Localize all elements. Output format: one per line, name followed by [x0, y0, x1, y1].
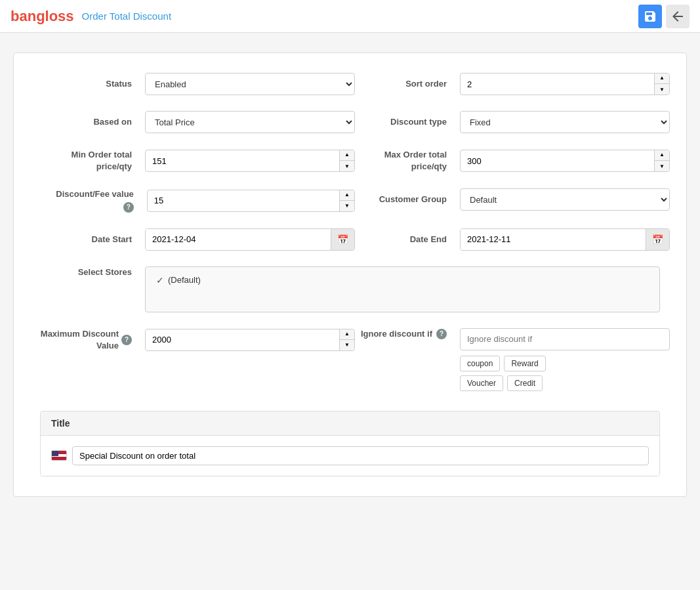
discount-fee-spinner-btns: ▲ ▼ [339, 190, 354, 212]
tags-row-2: Voucher Credit [460, 375, 670, 391]
discount-fee-row: Discount/Fee value ? ▲ ▼ Customer Group … [40, 188, 660, 212]
date-start-group: Date Start 📅 [40, 228, 355, 251]
stores-box: ✓ (Default) [145, 266, 660, 312]
select-stores-label: Select Stores [40, 266, 145, 278]
select-stores-row: Select Stores ✓ (Default) [40, 266, 660, 312]
title-input[interactable] [72, 446, 649, 465]
min-order-spinner: ▲ ▼ [145, 150, 355, 172]
date-end-calendar-button[interactable]: 📅 [646, 229, 669, 250]
save-button[interactable] [638, 5, 662, 28]
based-on-select[interactable]: Total Price Subtotal Quantity [145, 111, 355, 133]
max-order-label: Max Order total price/qty [355, 149, 460, 173]
status-label: Status [40, 78, 145, 90]
min-order-group: Min Order total price/qty ▲ ▼ [40, 149, 355, 173]
max-discount-down[interactable]: ▼ [340, 340, 354, 351]
date-row: Date Start 📅 Date End 📅 [40, 228, 660, 251]
ignore-tags-wrapper: coupon Reward Voucher Credit [460, 328, 670, 391]
date-end-wrapper: 📅 [460, 228, 670, 251]
date-end-label: Date End [355, 234, 460, 245]
header: bangloss Order Total Discount [0, 0, 700, 33]
logo-text: angloss [19, 8, 73, 24]
title-section-body [41, 436, 659, 476]
max-discount-row: Maximum Discount Value ? ▲ ▼ Ignore disc… [40, 328, 660, 391]
store-default-item[interactable]: ✓ (Default) [156, 275, 649, 285]
max-discount-spinner: ▲ ▼ [145, 329, 355, 351]
order-range-row: Min Order total price/qty ▲ ▼ Max Order … [40, 149, 660, 173]
discount-fee-input[interactable] [148, 192, 339, 209]
title-row [51, 446, 649, 465]
header-left: bangloss Order Total Discount [10, 8, 171, 25]
ignore-discount-label: Ignore discount if ? [355, 328, 460, 340]
status-row: Status Enabled Disabled Sort order 2 ▲ ▼ [40, 73, 660, 95]
title-section: Title [40, 411, 660, 476]
min-order-up[interactable]: ▲ [340, 150, 354, 161]
date-start-label: Date Start [40, 234, 145, 245]
title-section-header: Title [41, 411, 659, 436]
status-select[interactable]: Enabled Disabled [145, 73, 355, 95]
max-discount-input[interactable] [146, 331, 339, 348]
min-order-spinner-btns: ▲ ▼ [339, 150, 354, 172]
sort-order-spinner: 2 ▲ ▼ [460, 73, 670, 95]
form-panel: Status Enabled Disabled Sort order 2 ▲ ▼ [13, 53, 687, 497]
max-discount-up[interactable]: ▲ [340, 329, 354, 340]
based-on-label: Based on [40, 116, 145, 128]
date-end-input[interactable] [461, 229, 646, 250]
tag-coupon[interactable]: coupon [460, 356, 500, 371]
back-button[interactable] [666, 5, 690, 28]
tags-row: coupon Reward [460, 356, 670, 371]
min-order-label: Min Order total price/qty [40, 149, 145, 173]
discount-type-label: Discount type [355, 116, 460, 128]
max-discount-group: Maximum Discount Value ? ▲ ▼ [40, 328, 355, 352]
main-content: Status Enabled Disabled Sort order 2 ▲ ▼ [0, 33, 700, 516]
discount-fee-label: Discount/Fee value ? [40, 188, 147, 212]
sort-order-group: Sort order 2 ▲ ▼ [355, 73, 670, 95]
based-on-row: Based on Total Price Subtotal Quantity D… [40, 111, 660, 133]
ignore-discount-input[interactable] [460, 328, 670, 350]
store-checkmark: ✓ [156, 275, 164, 285]
ignore-discount-help-icon[interactable]: ? [436, 329, 447, 339]
based-on-group: Based on Total Price Subtotal Quantity [40, 111, 355, 133]
discount-fee-up[interactable]: ▲ [340, 190, 354, 201]
page-title: Order Total Discount [82, 11, 171, 22]
discount-fee-help-icon[interactable]: ? [123, 202, 134, 213]
max-order-spinner: ▲ ▼ [460, 150, 670, 172]
max-order-spinner-btns: ▲ ▼ [654, 150, 669, 172]
sort-order-label: Sort order [355, 78, 460, 90]
max-discount-help-icon[interactable]: ? [121, 335, 132, 345]
discount-fee-group: Discount/Fee value ? ▲ ▼ [40, 188, 355, 212]
sort-order-input[interactable]: 2 [461, 75, 654, 93]
header-actions [638, 5, 690, 28]
logo-accent: b [10, 8, 19, 24]
tag-reward[interactable]: Reward [504, 356, 545, 371]
max-order-up[interactable]: ▲ [655, 150, 669, 161]
ignore-discount-group: Ignore discount if ? coupon Reward Vouch… [355, 328, 670, 391]
customer-group-group: Customer Group Default Guest Registered [355, 188, 670, 211]
max-discount-label: Maximum Discount Value ? [40, 328, 145, 352]
max-order-group: Max Order total price/qty ▲ ▼ [355, 149, 670, 173]
status-group: Status Enabled Disabled [40, 73, 355, 95]
date-start-wrapper: 📅 [145, 228, 355, 251]
customer-group-select[interactable]: Default Guest Registered [460, 188, 670, 211]
discount-type-select[interactable]: Fixed Percentage [460, 111, 670, 133]
date-start-input[interactable] [146, 229, 331, 250]
min-order-down[interactable]: ▼ [340, 161, 354, 172]
max-discount-spinner-btns: ▲ ▼ [339, 329, 354, 351]
tag-credit[interactable]: Credit [507, 375, 543, 391]
sort-order-down[interactable]: ▼ [655, 84, 669, 95]
customer-group-label: Customer Group [355, 194, 460, 205]
min-order-input[interactable] [146, 152, 339, 170]
date-end-group: Date End 📅 [355, 228, 670, 251]
discount-type-group: Discount type Fixed Percentage [355, 111, 670, 133]
sort-order-spinner-btns: ▲ ▼ [654, 73, 669, 95]
flag-icon [51, 450, 67, 461]
date-start-calendar-button[interactable]: 📅 [331, 229, 354, 250]
max-order-input[interactable] [461, 152, 654, 170]
tag-voucher[interactable]: Voucher [460, 375, 503, 391]
discount-fee-spinner: ▲ ▼ [147, 190, 355, 212]
logo: bangloss [10, 8, 74, 25]
select-stores-group: Select Stores ✓ (Default) [40, 266, 660, 312]
store-default-label: (Default) [168, 275, 201, 285]
sort-order-up[interactable]: ▲ [655, 73, 669, 84]
discount-fee-down[interactable]: ▼ [340, 201, 354, 212]
max-order-down[interactable]: ▼ [655, 161, 669, 172]
